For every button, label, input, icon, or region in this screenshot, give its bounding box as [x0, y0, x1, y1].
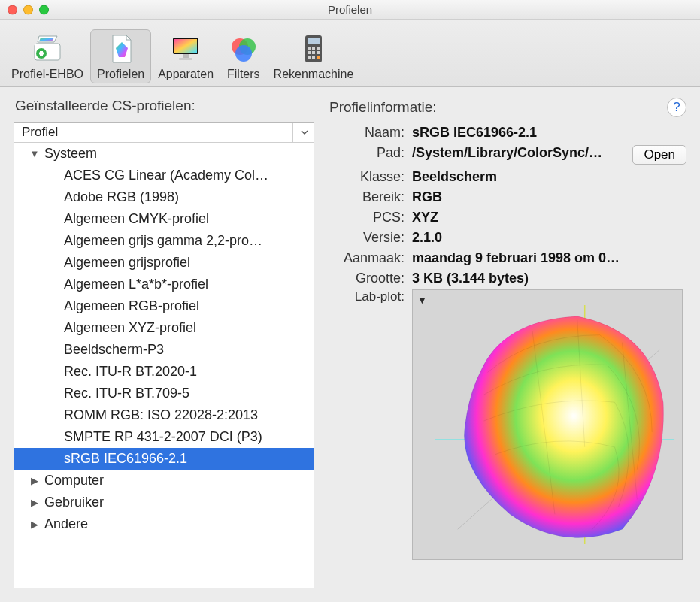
value-size: 3 KB (3.144 bytes) — [412, 271, 625, 286]
svg-rect-7 — [179, 58, 192, 60]
label-class: Klasse: — [329, 169, 405, 185]
close-icon[interactable] — [8, 5, 17, 14]
tree-item[interactable]: Beeldscherm-P3 — [14, 339, 314, 361]
tree-item[interactable]: Algemeen L*a*b*-profiel — [14, 274, 314, 295]
open-button[interactable]: Open — [632, 145, 686, 165]
label-path: Pad: — [329, 145, 405, 161]
tree-item[interactable]: Algemeen grijs gamma 2,2-pro… — [14, 230, 314, 252]
dropdown-label: Profiel — [22, 125, 58, 140]
info-grid: Naam: sRGB IEC61966-2.1 Pad: /System/Lib… — [329, 125, 686, 286]
firstaid-icon — [32, 33, 63, 65]
tree-item[interactable]: ACES CG Linear (Academy Col… — [14, 165, 314, 186]
labplot-viewer[interactable]: ▼ — [412, 289, 683, 560]
chevron-down-icon: ▼ — [29, 148, 40, 159]
titlebar: Profielen — [0, 0, 700, 20]
toolbar-filters[interactable]: Filters — [220, 29, 267, 83]
tree-item-label: ACES CG Linear (Academy Col… — [64, 168, 268, 183]
label-created: Aanmaak: — [329, 250, 405, 266]
display-icon — [170, 33, 202, 65]
tree-group[interactable]: ▶Computer — [14, 470, 314, 492]
help-button[interactable]: ? — [667, 98, 686, 117]
window-title: Profielen — [8, 3, 692, 16]
tree-item-label: Algemeen L*a*b*-profiel — [64, 277, 208, 292]
toolbar: Profiel-EHBO Profielen — [0, 20, 700, 87]
value-path: /System/Library/ColorSync/… — [412, 145, 625, 161]
chevron-right-icon: ▶ — [29, 475, 40, 486]
tree-item[interactable]: Algemeen CMYK-profiel — [14, 208, 314, 230]
tree-item-label: ROMM RGB: ISO 22028-2:2013 — [64, 407, 258, 423]
gamut-plot-icon — [413, 290, 682, 559]
tree-group[interactable]: ▶Andere — [14, 513, 314, 535]
tree-item-label: Algemeen XYZ-profiel — [64, 320, 196, 336]
tree-item[interactable]: Rec. ITU-R BT.709-5 — [14, 383, 314, 404]
profile-sort-dropdown[interactable]: Profiel — [14, 122, 314, 143]
tree-item[interactable]: sRGB IEC61966-2.1 — [14, 448, 314, 470]
toolbar-rekenmachine[interactable]: Rekenmachine — [267, 29, 361, 83]
svg-rect-19 — [308, 56, 311, 59]
chevron-down-icon[interactable]: ▼ — [417, 295, 427, 306]
tree-group-label: Systeem — [44, 146, 97, 162]
minimize-icon[interactable] — [23, 5, 33, 14]
toolbar-label: Profielen — [97, 68, 144, 81]
tree-item-label: sRGB IEC61966-2.1 — [64, 451, 187, 467]
chevron-right-icon: ▶ — [29, 497, 40, 508]
profile-tree[interactable]: ▼SysteemACES CG Linear (Academy Col…Adob… — [14, 143, 314, 588]
tree-group-label: Computer — [44, 473, 104, 489]
label-name: Naam: — [329, 125, 405, 141]
toolbar-label: Profiel-EHBO — [11, 68, 83, 81]
tree-item-label: SMPTE RP 431-2-2007 DCI (P3) — [64, 429, 262, 445]
tree-item-label: Beeldscherm-P3 — [64, 342, 164, 358]
svg-rect-13 — [308, 47, 311, 50]
value-pcs: XYZ — [412, 210, 625, 225]
tree-group[interactable]: ▶Gebruiker — [14, 492, 314, 513]
profile-doc-icon — [105, 33, 137, 65]
svg-rect-18 — [317, 51, 320, 54]
label-range: Bereik: — [329, 189, 405, 205]
right-heading: Profielinformatie: — [329, 99, 437, 116]
tree-item[interactable]: Algemeen XYZ-profiel — [14, 317, 314, 339]
tree-item-label: Algemeen CMYK-profiel — [64, 211, 209, 227]
tree-item[interactable]: ROMM RGB: ISO 22028-2:2013 — [14, 404, 314, 426]
toolbar-profiel-ehbo[interactable]: Profiel-EHBO — [5, 29, 90, 83]
value-name: sRGB IEC61966-2.1 — [412, 125, 625, 141]
label-version: Versie: — [329, 230, 405, 246]
svg-rect-5 — [174, 39, 197, 53]
tree-item[interactable]: Algemeen grijsprofiel — [14, 252, 314, 274]
tree-item-label: Rec. ITU-R BT.2020-1 — [64, 364, 197, 380]
chevron-right-icon: ▶ — [29, 519, 40, 530]
toolbar-apparaten[interactable]: Apparaten — [151, 29, 220, 83]
toolbar-label: Rekenmachine — [274, 68, 354, 81]
tree-item[interactable]: Algemeen RGB-profiel — [14, 295, 314, 317]
tree-item-label: Algemeen grijs gamma 2,2-pro… — [64, 233, 262, 249]
tree-item-label: Rec. ITU-R BT.709-5 — [64, 386, 189, 401]
tree-group[interactable]: ▼Systeem — [14, 143, 314, 165]
zoom-icon[interactable] — [39, 5, 49, 14]
content: Geïnstalleerde CS-profielen: Profiel ▼Sy… — [0, 87, 700, 602]
label-pcs: PCS: — [329, 210, 405, 225]
label-size: Grootte: — [329, 271, 405, 286]
value-version: 2.1.0 — [412, 230, 625, 246]
svg-rect-12 — [308, 38, 320, 44]
svg-point-10 — [235, 45, 252, 62]
svg-rect-15 — [317, 47, 320, 50]
svg-rect-17 — [312, 51, 315, 54]
value-range: RGB — [412, 189, 625, 205]
svg-rect-6 — [183, 54, 189, 58]
tree-item-label: Adobe RGB (1998) — [64, 189, 179, 205]
window-controls — [8, 5, 49, 14]
tree-item-label: Algemeen grijsprofiel — [64, 255, 190, 271]
tree-group-label: Andere — [44, 516, 88, 532]
labplot-row: Lab-plot: ▼ — [329, 289, 686, 560]
filters-icon — [228, 33, 259, 65]
calculator-icon — [298, 33, 329, 65]
tree-item[interactable]: Adobe RGB (1998) — [14, 186, 314, 208]
svg-rect-20 — [312, 56, 315, 59]
label-labplot: Lab-plot: — [329, 289, 405, 304]
tree-item[interactable]: Rec. ITU-R BT.2020-1 — [14, 361, 314, 383]
toolbar-profielen[interactable]: Profielen — [90, 29, 151, 83]
toolbar-label: Filters — [227, 68, 260, 81]
left-pane: Geïnstalleerde CS-profielen: Profiel ▼Sy… — [14, 98, 314, 588]
tree-item[interactable]: SMPTE RP 431-2-2007 DCI (P3) — [14, 426, 314, 448]
svg-rect-21 — [317, 56, 320, 59]
svg-rect-16 — [308, 51, 311, 54]
